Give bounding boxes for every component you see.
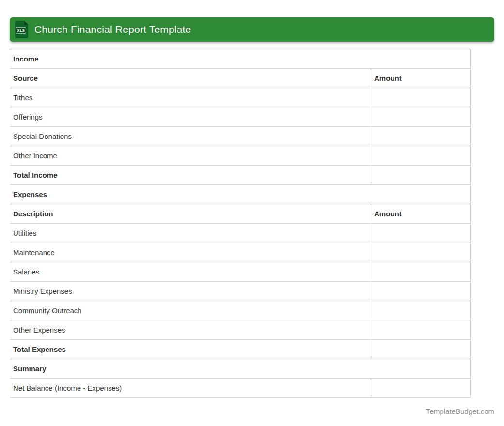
total-label: Total Expenses [10, 340, 371, 359]
amount-cell [371, 320, 471, 340]
amount-cell [371, 379, 471, 398]
row-utilities: Utilities [10, 224, 471, 243]
row-ministry-expenses: Ministry Expenses [10, 282, 471, 301]
amount-cell [371, 340, 471, 359]
section-label-summary: Summary [10, 359, 471, 379]
row-special-donations: Special Donations [10, 127, 471, 146]
column-header-source: Source [10, 69, 371, 88]
row-summary-section: Summary [10, 359, 471, 379]
amount-cell [371, 243, 471, 262]
row-income-column-header: Source Amount [10, 69, 471, 88]
xls-icon-label: XLS [17, 29, 24, 33]
amount-cell [371, 146, 471, 166]
row-label: Other Income [10, 146, 371, 166]
amount-cell [371, 224, 471, 243]
row-income-section: Income [10, 49, 471, 69]
amount-cell [371, 282, 471, 301]
row-label: Offerings [10, 107, 371, 127]
page-title: Church Financial Report Template [34, 24, 191, 35]
title-bar: XLS Church Financial Report Template [10, 17, 494, 42]
row-maintenance: Maintenance [10, 243, 471, 262]
column-header-amount: Amount [371, 69, 471, 88]
amount-cell [371, 127, 471, 146]
row-label: Special Donations [10, 127, 371, 146]
section-label-expenses: Expenses [10, 185, 471, 204]
amount-cell [371, 107, 471, 127]
row-expenses-column-header: Description Amount [10, 204, 471, 224]
row-offerings: Offerings [10, 107, 471, 127]
amount-cell [371, 88, 471, 107]
xls-file-icon: XLS [15, 20, 29, 39]
row-expenses-section: Expenses [10, 185, 471, 204]
row-other-expenses: Other Expenses [10, 320, 471, 340]
column-header-amount: Amount [371, 204, 471, 224]
column-header-description: Description [10, 204, 371, 224]
section-label-income: Income [10, 49, 471, 69]
row-label: Tithes [10, 88, 371, 107]
row-label: Community Outreach [10, 301, 371, 320]
row-other-income: Other Income [10, 146, 471, 166]
amount-cell [371, 262, 471, 282]
row-label: Utilities [10, 224, 371, 243]
row-label: Ministry Expenses [10, 282, 371, 301]
amount-cell [371, 301, 471, 320]
row-label: Net Balance (Income - Expenses) [10, 379, 371, 398]
row-label: Other Expenses [10, 320, 371, 340]
row-total-income: Total Income [10, 166, 471, 185]
row-tithes: Tithes [10, 88, 471, 107]
row-community-outreach: Community Outreach [10, 301, 471, 320]
financial-report-table: Income Source Amount Tithes Offerings Sp… [10, 49, 471, 398]
row-net-balance: Net Balance (Income - Expenses) [10, 379, 471, 398]
row-label: Maintenance [10, 243, 371, 262]
row-salaries: Salaries [10, 262, 471, 282]
amount-cell [371, 166, 471, 185]
total-label: Total Income [10, 166, 371, 185]
row-label: Salaries [10, 262, 371, 282]
site-credit: TemplateBudget.com [10, 407, 494, 415]
row-total-expenses: Total Expenses [10, 340, 471, 359]
